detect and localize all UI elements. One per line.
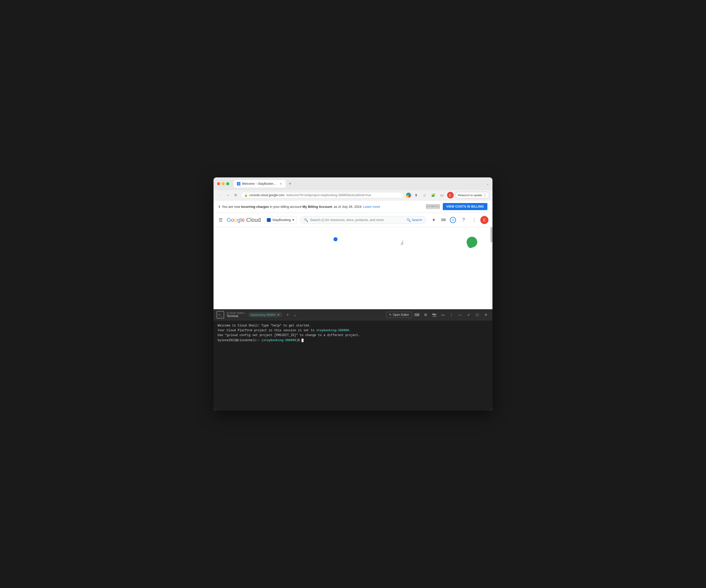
dismiss-button[interactable]: DISMISS	[426, 204, 439, 209]
url-domain: console.cloud.google.com	[249, 194, 284, 197]
user-avatar[interactable]: E	[480, 216, 488, 224]
toolbar-icons: ⬆ ☆ 🧩 ▭ E Relaunch to update ⋮	[406, 192, 489, 199]
shell-keyboard-icon[interactable]: ⌨	[414, 311, 421, 318]
terminal-project-highlight-2: staybooking-388800	[263, 339, 296, 342]
shell-expand-icon[interactable]: ⤢	[465, 311, 472, 318]
relaunch-label: Relaunch to update	[458, 194, 482, 197]
browser-window: G Welcome – StayBooking – Go... ✕ + ⌄ ← …	[213, 177, 493, 411]
shell-header-right: ✎ Open Editor ⌨ ⚙ 📷 ▭ ⋮ — ⤢ ⬡ ✕	[386, 311, 489, 318]
share-icon[interactable]: ⬆	[413, 192, 420, 199]
navbar-right-icons: ✦ ⌨ 1 ? ⋮ E	[429, 215, 488, 224]
main-content: ℹ You are now incurring charges in your …	[213, 201, 493, 411]
google-account-icon[interactable]	[406, 193, 411, 198]
tab-favicon: G	[237, 182, 240, 185]
terminal-prompt-line: byleve2022@cloudshell:~ (staybooking-388…	[218, 338, 488, 343]
scrollbar[interactable]	[491, 227, 493, 309]
billing-notice-bar: ℹ You are now incurring charges in your …	[213, 201, 493, 213]
more-options-icon[interactable]: ⋮	[470, 215, 479, 224]
terminal-cursor	[302, 339, 304, 342]
shell-screen-icon[interactable]: ▭	[439, 311, 446, 318]
cloud-shell-header: >_ CLOUD SHELL Terminal staybooking-3888…	[213, 309, 493, 320]
address-bar: ← → ↻ 🔒 console.cloud.google.com /welcom…	[213, 190, 493, 201]
window-chevron-icon[interactable]: ⌄	[486, 182, 489, 185]
cloud-shell-terminal-label: Terminal	[227, 314, 245, 318]
cast-icon[interactable]: ▭	[438, 192, 445, 199]
extensions-icon[interactable]: 🧩	[430, 192, 437, 199]
cloud-shell-panel: >_ CLOUD SHELL Terminal staybooking-3888…	[213, 309, 493, 411]
project-dropdown-icon: ▾	[292, 218, 294, 222]
shell-tab-close-icon[interactable]: ✕	[277, 313, 280, 317]
shell-tab-project: staybooking-388800	[250, 313, 276, 316]
project-name: StayBooking	[272, 218, 291, 222]
url-bar[interactable]: 🔒 console.cloud.google.com /welcome?hl=e…	[241, 192, 404, 198]
terminal-line-1: Welcome to Cloud Shell! Type "help" to g…	[218, 323, 488, 328]
search-glass-icon: 🔍	[304, 218, 308, 222]
loading-green-indicator	[465, 235, 479, 249]
cloud-text: Cloud	[246, 217, 261, 223]
cloud-shell-tab[interactable]: staybooking-388800 ✕	[248, 312, 282, 317]
terminal-project-highlight-1: staybooking-388800	[316, 329, 349, 332]
terminal-line-2: Your Cloud Platform project in this sess…	[218, 328, 488, 333]
scrollbar-thumb[interactable]	[491, 227, 493, 242]
gemini-star-icon[interactable]: ✦	[429, 215, 438, 224]
shell-tab-chevron-icon[interactable]: ⌄	[293, 313, 297, 317]
shell-camera-icon[interactable]: 📷	[431, 311, 438, 318]
new-shell-tab-button[interactable]: +	[285, 312, 291, 318]
search-button-label: Search	[412, 218, 422, 222]
search-button[interactable]: 🔍 Search	[406, 218, 422, 222]
tab-bar: G Welcome – StayBooking – Go... ✕ +	[234, 180, 358, 187]
new-tab-button[interactable]: +	[287, 181, 293, 187]
minimize-button[interactable]	[222, 182, 225, 185]
incurring-charges-text: incurring charges	[241, 205, 269, 209]
title-bar: G Welcome – StayBooking – Go... ✕ + ⌄	[213, 177, 493, 190]
billing-account-name: My Billing Account	[302, 205, 332, 209]
back-button[interactable]: ←	[217, 192, 223, 198]
shell-external-link-icon[interactable]: ⬡	[474, 311, 481, 318]
help-icon[interactable]: ?	[459, 215, 468, 224]
hamburger-menu-icon[interactable]: ☰	[218, 216, 224, 224]
profile-avatar[interactable]: E	[447, 192, 454, 199]
active-tab[interactable]: G Welcome – StayBooking – Go... ✕	[234, 180, 285, 187]
relaunch-more-icon: ⋮	[483, 193, 487, 197]
learn-more-link[interactable]: Learn more	[363, 205, 380, 209]
cloud-shell-terminal-icon: >_	[217, 311, 224, 319]
notifications-button[interactable]: 1	[448, 215, 458, 224]
google-cloud-logo-icon: Google	[227, 217, 245, 223]
relaunch-button[interactable]: Relaunch to update ⋮	[455, 192, 489, 199]
shell-more-icon[interactable]: ⋮	[448, 311, 455, 318]
shell-settings-icon[interactable]: ⚙	[422, 311, 429, 318]
search-input[interactable]	[310, 218, 404, 222]
open-editor-label: Open Editor	[393, 313, 409, 317]
shell-close-icon[interactable]: ✕	[482, 311, 489, 318]
bookmark-icon[interactable]: ☆	[421, 192, 428, 199]
close-button[interactable]	[217, 182, 220, 185]
search-button-icon: 🔍	[406, 218, 411, 222]
forward-button[interactable]: →	[225, 192, 231, 198]
billing-notice-text: You are now incurring charges in your bi…	[222, 205, 380, 209]
page-content-area	[213, 227, 493, 309]
maximize-button[interactable]	[226, 182, 229, 185]
cloud-shell-code-icon[interactable]: ⌨	[440, 216, 447, 223]
cloud-shell-label: CLOUD SHELL Terminal	[227, 312, 245, 318]
google-cloud-logo[interactable]: Google Cloud	[227, 217, 261, 223]
project-selector[interactable]: ⬛ StayBooking ▾	[264, 216, 297, 224]
notification-count: 1	[450, 217, 456, 223]
info-icon: ℹ	[219, 205, 220, 209]
cloud-shell-label-top: CLOUD SHELL	[227, 312, 245, 314]
refresh-button[interactable]: ↻	[233, 192, 239, 198]
view-costs-button[interactable]: VIEW COSTS IN BILLING	[443, 203, 487, 210]
open-editor-button[interactable]: ✎ Open Editor	[386, 312, 412, 318]
billing-notice-actions: DISMISS VIEW COSTS IN BILLING	[426, 203, 487, 210]
terminal-line-3: Use "gcloud config set project [PROJECT_…	[218, 333, 488, 338]
loading-dot-indicator	[334, 237, 338, 241]
security-lock-icon: 🔒	[244, 194, 248, 197]
gcp-navbar: ☰ Google Cloud ⬛ StayBooking ▾ 🔍 🔍 Se	[213, 213, 493, 227]
edit-icon: ✎	[389, 313, 392, 317]
traffic-lights	[217, 182, 229, 185]
tab-close-button[interactable]: ✕	[279, 182, 282, 185]
loading-triangle-indicator	[400, 240, 403, 245]
terminal-content[interactable]: Welcome to Cloud Shell! Type "help" to g…	[213, 320, 493, 411]
gcp-search-bar[interactable]: 🔍 🔍 Search	[300, 216, 426, 224]
shell-minimize-icon[interactable]: —	[457, 311, 464, 318]
tab-title: Welcome – StayBooking – Go...	[242, 182, 277, 185]
